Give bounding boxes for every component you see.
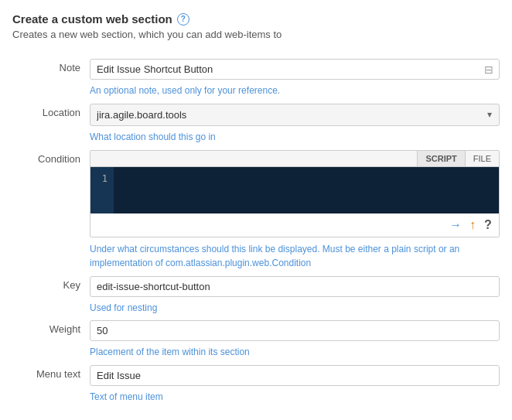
condition-file-tab[interactable]: FILE <box>465 151 499 166</box>
condition-field-cell: SCRIPT FILE 1 → ↑ ? Under what circumsta… <box>90 147 500 273</box>
weight-input[interactable] <box>90 320 500 341</box>
condition-script-tab[interactable]: SCRIPT <box>417 151 464 166</box>
page-header: Create a custom web section ? Creates a … <box>12 12 500 40</box>
menu-text-field-cell: Text of menu item <box>90 362 500 407</box>
menu-text-hint: Text of menu item <box>90 391 500 404</box>
condition-editor-container: SCRIPT FILE 1 → ↑ ? <box>90 150 500 237</box>
menu-text-row: Menu text Text of menu item <box>12 362 500 407</box>
condition-footer: → ↑ ? <box>90 213 499 237</box>
location-label: Location <box>12 101 90 147</box>
location-hint: What location should this go in <box>90 131 500 144</box>
note-icon: ⊟ <box>484 63 493 76</box>
page-title-text: Create a custom web section <box>12 12 172 26</box>
weight-label: Weight <box>12 317 90 362</box>
key-label: Key <box>12 273 90 318</box>
form: Note ⊟ An optional note, used only for y… <box>12 56 500 407</box>
menu-text-input[interactable] <box>90 365 500 386</box>
key-field-cell: Used for nesting <box>90 273 500 318</box>
condition-hint: Under what circumstances should this lin… <box>90 242 500 270</box>
key-input[interactable] <box>90 276 500 297</box>
weight-hint: Placement of the item within its section <box>90 346 500 359</box>
arrow-up-icon[interactable]: ↑ <box>468 217 477 234</box>
title-help-icon[interactable]: ? <box>177 13 189 26</box>
condition-row: Condition SCRIPT FILE 1 → ↑ ? <box>12 147 500 273</box>
note-input[interactable] <box>90 59 500 80</box>
page-subtitle: Creates a new web section, which you can… <box>12 29 500 40</box>
line-number-1: 1 <box>90 167 114 213</box>
weight-field-cell: Placement of the item within its section <box>90 317 500 362</box>
menu-text-label: Menu text <box>12 362 90 407</box>
condition-code-editor[interactable]: 1 <box>90 167 499 213</box>
note-hint: An optional note, used only for your ref… <box>90 84 500 97</box>
code-content[interactable] <box>114 167 499 213</box>
note-row: Note ⊟ An optional note, used only for y… <box>12 56 500 101</box>
key-row: Key Used for nesting <box>12 273 500 318</box>
note-label: Note <box>12 56 90 101</box>
condition-help-icon[interactable]: ? <box>482 219 494 231</box>
location-select[interactable]: jira.agile.board.tools <box>90 104 500 126</box>
key-hint: Used for nesting <box>90 302 500 315</box>
location-row: Location jira.agile.board.tools ▾ What l… <box>12 101 500 147</box>
arrow-right-icon[interactable]: → <box>448 217 463 234</box>
note-field-cell: ⊟ An optional note, used only for your r… <box>90 56 500 101</box>
weight-row: Weight Placement of the item within its … <box>12 317 500 362</box>
condition-label: Condition <box>12 147 90 273</box>
condition-toolbar: SCRIPT FILE <box>90 151 499 167</box>
location-field-cell: jira.agile.board.tools ▾ What location s… <box>90 101 500 147</box>
